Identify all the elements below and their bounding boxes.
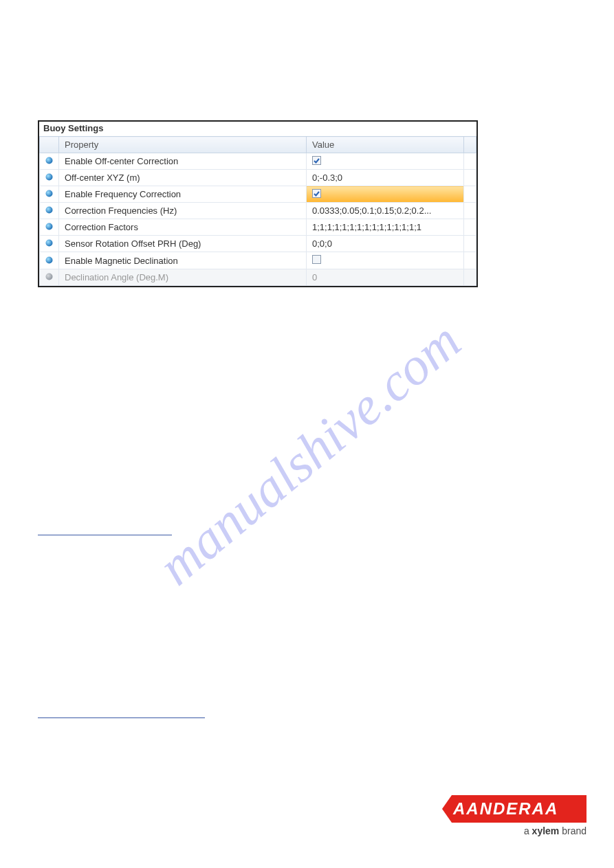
table-row[interactable]: Sensor Rotation Offset PRH (Deg)0;0;0 — [40, 236, 476, 252]
checkbox-icon[interactable] — [312, 255, 321, 264]
row-bullet — [40, 186, 59, 203]
property-cell: Enable Off-center Correction — [59, 153, 307, 170]
bullet-icon — [45, 190, 53, 197]
property-cell: Correction Factors — [59, 219, 307, 236]
tagline-prefix: a — [524, 825, 532, 836]
property-cell: Sensor Rotation Offset PRH (Deg) — [59, 236, 307, 252]
end-cell — [464, 153, 476, 170]
end-cell — [464, 170, 476, 186]
row-bullet — [40, 203, 59, 219]
end-cell — [464, 219, 476, 236]
page-root: manualshive.com Buoy Settings Property V… — [0, 0, 614, 868]
row-bullet — [40, 219, 59, 236]
svg-point-3 — [46, 207, 53, 214]
value-cell[interactable]: 0;-0.3;0 — [307, 170, 464, 186]
row-bullet — [40, 252, 59, 269]
value-cell[interactable]: 0 — [307, 269, 464, 286]
value-cell[interactable]: 0;0;0 — [307, 236, 464, 252]
property-cell: Off-center XYZ (m) — [59, 170, 307, 186]
table-row[interactable]: Enable Frequency Correction — [40, 186, 476, 203]
settings-table: Property Value Enable Off-center Correct… — [39, 136, 476, 286]
checkbox-icon[interactable] — [312, 156, 321, 165]
row-bullet — [40, 170, 59, 186]
svg-point-2 — [46, 190, 53, 197]
brand-logo-block: AANDERAA a xylem brand — [442, 795, 586, 836]
svg-point-5 — [46, 240, 53, 247]
bullet-icon — [45, 206, 53, 214]
svg-point-0 — [46, 157, 53, 164]
row-bullet — [40, 153, 59, 170]
bullet-icon — [45, 239, 53, 247]
col-end — [464, 137, 476, 153]
end-cell — [464, 252, 476, 269]
property-cell: Enable Magnetic Declination — [59, 252, 307, 269]
table-row[interactable]: Correction Factors1;1;1;1;1;1;1;1;1;1;1;… — [40, 219, 476, 236]
value-cell[interactable] — [307, 153, 464, 170]
bullet-icon — [45, 173, 53, 181]
table-row[interactable]: Off-center XYZ (m)0;-0.3;0 — [40, 170, 476, 186]
svg-point-1 — [46, 174, 53, 181]
end-cell — [464, 186, 476, 203]
property-cell: Correction Frequencies (Hz) — [59, 203, 307, 219]
svg-point-6 — [46, 256, 53, 263]
value-cell[interactable]: 1;1;1;1;1;1;1;1;1;1;1;1;1;1;1 — [307, 219, 464, 236]
property-cell: Declination Angle (Deg.M) — [59, 269, 307, 286]
table-row[interactable]: Enable Off-center Correction — [40, 153, 476, 170]
value-cell[interactable]: 0.0333;0.05;0.1;0.15;0.2;0.2... — [307, 203, 464, 219]
col-value: Value — [307, 137, 464, 153]
logo-text: AANDERAA — [453, 799, 558, 819]
bullet-icon — [45, 223, 53, 230]
table-row[interactable]: Correction Frequencies (Hz)0.0333;0.05;0… — [40, 203, 476, 219]
property-cell: Enable Frequency Correction — [59, 186, 307, 203]
checkbox-icon[interactable] — [312, 189, 321, 198]
row-bullet — [40, 236, 59, 252]
table-row[interactable]: Declination Angle (Deg.M)0 — [40, 269, 476, 286]
tagline-brand: xylem — [532, 825, 560, 836]
underline-2 — [38, 717, 205, 718]
buoy-settings-panel: Buoy Settings Property Value Enable Off-… — [38, 120, 478, 287]
watermark-text: manualshive.com — [146, 310, 472, 597]
logo-tagline: a xylem brand — [442, 825, 586, 836]
underline-1 — [38, 535, 172, 535]
panel-title: Buoy Settings — [39, 122, 476, 136]
end-cell — [464, 236, 476, 252]
value-cell[interactable] — [307, 186, 464, 203]
value-cell[interactable] — [307, 252, 464, 269]
svg-point-7 — [46, 274, 53, 280]
aanderaa-logo: AANDERAA — [442, 795, 586, 823]
svg-point-4 — [46, 223, 53, 230]
bullet-icon — [45, 256, 53, 264]
end-cell — [464, 269, 476, 286]
table-row[interactable]: Enable Magnetic Declination — [40, 252, 476, 269]
end-cell — [464, 203, 476, 219]
col-bullet — [40, 137, 59, 153]
bullet-icon — [45, 273, 53, 280]
tagline-suffix: brand — [559, 825, 586, 836]
row-bullet — [40, 269, 59, 286]
col-property: Property — [59, 137, 307, 153]
bullet-icon — [45, 157, 53, 164]
